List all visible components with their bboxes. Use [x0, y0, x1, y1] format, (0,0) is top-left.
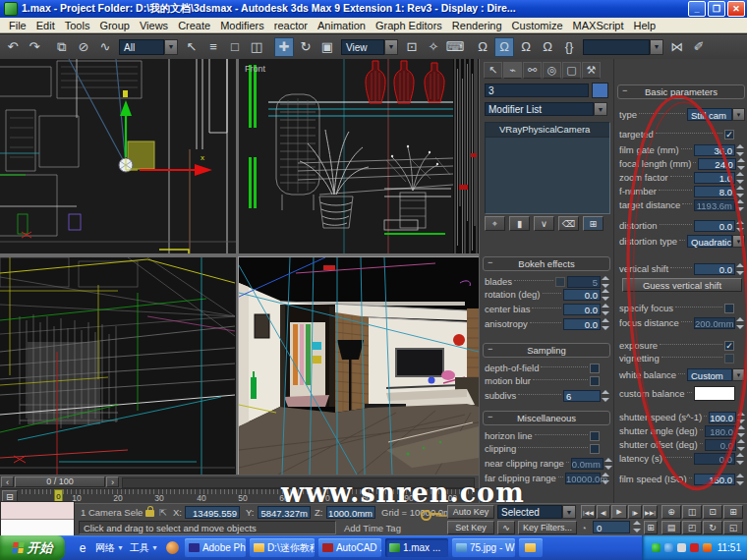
named-selection-value[interactable] [583, 39, 650, 55]
menu-reactor[interactable]: reactor [269, 20, 313, 31]
maximize-button[interactable]: ❐ [708, 1, 725, 17]
chevron-down-icon[interactable]: ▼ [732, 108, 745, 121]
edit-named-selections-icon[interactable]: {} [559, 37, 579, 57]
latency-field[interactable]: 0.0 [694, 453, 735, 465]
align-icon[interactable]: ✐ [689, 37, 709, 57]
named-selection-dropdown[interactable]: ▼ [583, 39, 663, 55]
modifier-stack-item[interactable]: VRayPhysicalCamera [486, 123, 609, 138]
quicklaunch-tools[interactable]: 工具 [130, 541, 149, 555]
transform-type-in-icon[interactable]: ⇱ [159, 507, 167, 518]
type-dropdown[interactable]: Still cam▼ [687, 108, 745, 121]
field-of-view-icon[interactable]: ▤ [661, 521, 681, 534]
angle-snap-icon[interactable]: Ω [494, 37, 514, 57]
minimize-button[interactable]: _ [688, 1, 706, 17]
menu-rendering[interactable]: Rendering [447, 20, 507, 31]
taskbar-window-autocad[interactable]: AutoCAD ... [318, 538, 381, 557]
custom-balance-swatch[interactable] [694, 386, 735, 401]
spinner[interactable] [736, 263, 745, 275]
clipping-checkbox[interactable] [590, 444, 600, 454]
f-number-field[interactable]: 8.0 [694, 186, 735, 197]
rotation-field[interactable]: 0.0 [563, 289, 601, 301]
redo-icon[interactable]: ↷ [25, 37, 44, 57]
quicklaunch-app-icon[interactable] [166, 541, 179, 554]
film-gate-field[interactable]: 36.0 [694, 144, 735, 156]
tray-messenger-icon[interactable] [664, 543, 673, 552]
selected-vases[interactable] [366, 61, 444, 103]
chevron-down-icon[interactable]: ▼ [562, 505, 576, 519]
rectangular-selection-icon[interactable]: □ [225, 37, 245, 57]
previous-frame-icon[interactable]: ◀| [597, 505, 610, 519]
rollout-header-basic-parameters[interactable]: Basic parameters [617, 84, 745, 99]
spinner[interactable] [604, 458, 612, 470]
menu-file[interactable]: File [4, 20, 31, 31]
chevron-down-icon[interactable]: ▼ [650, 39, 663, 55]
spinner[interactable] [736, 199, 745, 211]
selection-filter-value[interactable]: All [119, 39, 164, 55]
zoom-icon[interactable]: ⊕ [661, 505, 681, 519]
use-pivot-center-icon[interactable]: ⊡ [402, 37, 422, 57]
menu-create[interactable]: Create [173, 20, 215, 31]
chevron-down-icon[interactable]: ▼ [117, 544, 124, 551]
arc-rotate-icon[interactable]: ↻ [703, 521, 722, 534]
white-balance-dropdown[interactable]: Custom▼ [687, 368, 745, 381]
rollout-header-sampling[interactable]: Sampling [483, 343, 610, 358]
tab-utilities-icon[interactable]: ⚒ [582, 62, 601, 79]
object-color-swatch[interactable] [592, 83, 608, 98]
chevron-down-icon[interactable]: ▼ [164, 39, 178, 55]
tab-create-icon[interactable]: ↖ [484, 62, 502, 79]
spinner[interactable] [602, 390, 610, 402]
taskbar-window-3dsmax[interactable]: 1.max ... [385, 538, 448, 557]
shutter-speed-field[interactable]: 100.0 [709, 412, 736, 423]
far-clip-field[interactable]: 10000.0m [565, 473, 601, 484]
modifier-stack[interactable]: VRayPhysicalCamera [485, 122, 610, 214]
focal-length-field[interactable]: 24.0 [698, 158, 735, 170]
taskbar-window-explorer[interactable] [519, 538, 543, 557]
ie-quicklaunch-icon[interactable]: e [73, 538, 92, 558]
key-filters-button[interactable]: Key Filters... [518, 521, 577, 534]
subdivs-field[interactable]: 6 [563, 390, 601, 402]
show-end-result-icon[interactable]: ▮ [509, 216, 530, 231]
spinner[interactable] [736, 220, 745, 232]
select-and-link-icon[interactable]: ⧉ [52, 37, 72, 57]
select-and-scale-icon[interactable]: ▣ [317, 37, 337, 57]
key-mode-toggle-icon[interactable] [421, 510, 442, 518]
dof-checkbox[interactable] [590, 364, 600, 373]
menu-modifiers[interactable]: Modifiers [215, 20, 269, 31]
specify-focus-checkbox[interactable] [724, 304, 734, 313]
frame-forward-icon[interactable]: › [106, 476, 119, 487]
spinner[interactable] [602, 276, 610, 288]
spinner[interactable] [736, 317, 745, 329]
spinner[interactable] [737, 425, 745, 437]
spinner[interactable] [736, 172, 745, 184]
spinner[interactable] [633, 521, 642, 532]
make-unique-icon[interactable]: ∨ [534, 216, 554, 231]
listener-script-pane[interactable] [1, 520, 74, 536]
pan-view-icon[interactable]: ◰ [682, 521, 702, 534]
spinner[interactable] [737, 412, 745, 423]
maxscript-mini-listener[interactable] [0, 501, 75, 536]
menu-animation[interactable]: Animation [313, 20, 371, 31]
window-crossing-icon[interactable]: ◫ [247, 37, 266, 57]
vignetting-checkbox[interactable] [724, 354, 734, 364]
tab-hierarchy-icon[interactable]: ⚯ [523, 62, 542, 79]
object-name-field[interactable]: 3 [485, 84, 589, 97]
menu-graph-editors[interactable]: Graph Editors [371, 20, 447, 31]
zoom-all-icon[interactable]: ◫ [682, 505, 702, 519]
configure-modifier-sets-icon[interactable]: ⊞ [583, 216, 603, 231]
anisotropy-field[interactable]: 0.0 [563, 318, 601, 330]
select-by-name-icon[interactable]: ≡ [203, 37, 223, 57]
shutter-angle-field[interactable]: 180.0 [705, 425, 736, 437]
start-button[interactable]: 开始 [0, 535, 65, 560]
undo-icon[interactable]: ↶ [3, 37, 23, 57]
target-distance-field[interactable]: 1193.6m [694, 199, 735, 211]
x-coordinate-field[interactable]: 13495.559 [185, 506, 240, 519]
tray-security-icon[interactable] [690, 543, 699, 552]
bind-to-spacewarp-icon[interactable]: ∿ [95, 37, 115, 57]
film-speed-field[interactable]: 150.0 [694, 474, 735, 485]
select-and-rotate-icon[interactable]: ↻ [296, 37, 316, 57]
motion-blur-checkbox[interactable] [590, 376, 600, 386]
percent-snap-icon[interactable]: Ω [516, 37, 536, 57]
shutter-offset-field[interactable]: 0.0 [705, 439, 736, 451]
distortion-type-dropdown[interactable]: Quadratic▼ [687, 235, 745, 248]
spinner[interactable] [602, 289, 610, 301]
